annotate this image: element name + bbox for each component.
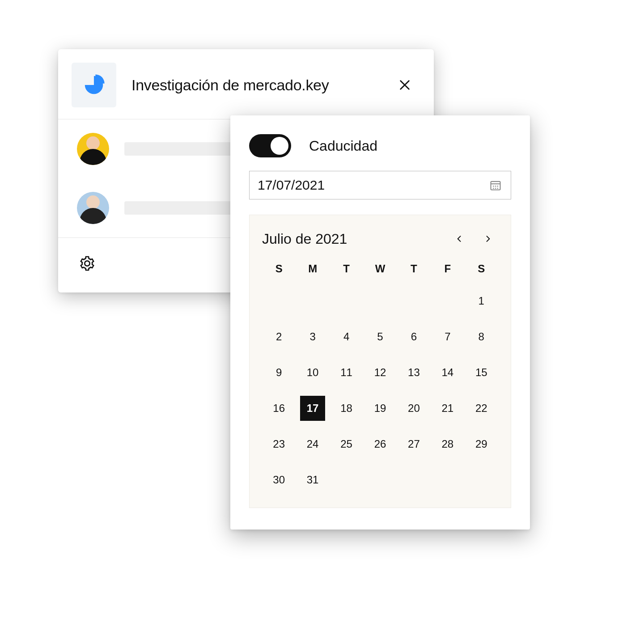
calendar-day[interactable]: 9 — [267, 360, 292, 385]
calendar-prev-button[interactable] — [449, 229, 470, 249]
calendar-day-empty — [334, 288, 359, 314]
calendar-dow: M — [296, 257, 329, 283]
calendar-dow: F — [431, 257, 464, 283]
calendar-day-empty — [368, 288, 393, 314]
calendar-day-empty — [267, 288, 292, 314]
calendar-day[interactable]: 21 — [435, 396, 460, 421]
svg-point-3 — [495, 186, 496, 187]
calendar-day-empty — [401, 288, 426, 314]
calendar-day[interactable]: 24 — [300, 432, 325, 457]
calendar-day[interactable]: 16 — [267, 396, 292, 421]
calendar-day[interactable]: 22 — [469, 396, 494, 421]
calendar-day[interactable]: 15 — [469, 360, 494, 385]
calendar-day[interactable]: 12 — [368, 360, 393, 385]
calendar-day[interactable]: 27 — [401, 432, 426, 457]
calendar-dow: T — [330, 257, 363, 283]
calendar-icon — [489, 179, 502, 191]
svg-point-5 — [493, 188, 494, 189]
calendar-day[interactable]: 13 — [401, 360, 426, 385]
calendar-day[interactable]: 18 — [334, 396, 359, 421]
open-calendar-button[interactable] — [488, 178, 503, 192]
expiration-panel: Caducidad 17/07/2021 Julio de 2021 — [230, 115, 530, 530]
file-icon — [72, 63, 116, 107]
svg-point-6 — [495, 188, 496, 189]
calendar-day[interactable]: 4 — [334, 324, 359, 349]
calendar-day[interactable]: 7 — [435, 324, 460, 349]
calendar-month-label: Julio de 2021 — [262, 231, 449, 247]
calendar-day[interactable]: 8 — [469, 324, 494, 349]
calendar-day-empty — [435, 288, 460, 314]
file-title: Investigación de mercado.key — [131, 76, 394, 94]
calendar-day-empty — [300, 288, 325, 314]
expiration-label: Caducidad — [309, 138, 377, 154]
calendar-dow-row: SMTWTFS — [262, 257, 498, 283]
calendar-day[interactable]: 6 — [401, 324, 426, 349]
calendar-day[interactable]: 20 — [401, 396, 426, 421]
chevron-left-icon — [455, 234, 464, 243]
settings-button[interactable] — [77, 253, 97, 274]
expiration-date-field[interactable]: 17/07/2021 — [249, 171, 511, 199]
gear-icon — [79, 255, 95, 271]
calendar-day[interactable]: 11 — [334, 360, 359, 385]
calendar-dow: T — [397, 257, 431, 283]
calendar-day[interactable]: 14 — [435, 360, 460, 385]
calendar-day[interactable]: 10 — [300, 360, 325, 385]
toggle-knob — [271, 137, 288, 155]
svg-point-7 — [497, 188, 498, 189]
chevron-right-icon — [483, 234, 492, 243]
calendar-day[interactable]: 1 — [469, 288, 494, 314]
calendar-day[interactable]: 26 — [368, 432, 393, 457]
calendar-dow: S — [262, 257, 296, 283]
calendar-day[interactable]: 30 — [267, 467, 292, 492]
calendar-days-grid: 1234567891011121314151617181920212223242… — [262, 283, 498, 498]
share-header: Investigación de mercado.key — [58, 49, 434, 119]
calendar-day[interactable]: 25 — [334, 432, 359, 457]
expiration-toggle-row: Caducidad — [249, 134, 511, 157]
calendar-day[interactable]: 19 — [368, 396, 393, 421]
calendar-dow: W — [363, 257, 397, 283]
calendar-day[interactable]: 17 — [300, 396, 325, 421]
close-button[interactable] — [394, 74, 416, 96]
svg-point-4 — [497, 186, 498, 187]
calendar-day[interactable]: 29 — [469, 432, 494, 457]
calendar-day[interactable]: 31 — [300, 467, 325, 492]
calendar-header: Julio de 2021 — [262, 229, 498, 249]
calendar-day[interactable]: 23 — [267, 432, 292, 457]
calendar-day[interactable]: 28 — [435, 432, 460, 457]
calendar-dow: S — [465, 257, 498, 283]
expiration-toggle[interactable] — [249, 134, 291, 157]
pie-chart-icon — [82, 73, 106, 97]
avatar — [77, 192, 109, 224]
calendar-day[interactable]: 5 — [368, 324, 393, 349]
svg-point-2 — [493, 186, 494, 187]
calendar: Julio de 2021 SMTWTFS 123456789101112131… — [249, 215, 511, 508]
calendar-next-button[interactable] — [478, 229, 498, 249]
close-icon — [398, 79, 411, 91]
expiration-date-value: 17/07/2021 — [258, 178, 488, 193]
placeholder-line — [124, 142, 232, 156]
avatar — [77, 133, 109, 165]
calendar-day[interactable]: 3 — [300, 324, 325, 349]
calendar-day[interactable]: 2 — [267, 324, 292, 349]
